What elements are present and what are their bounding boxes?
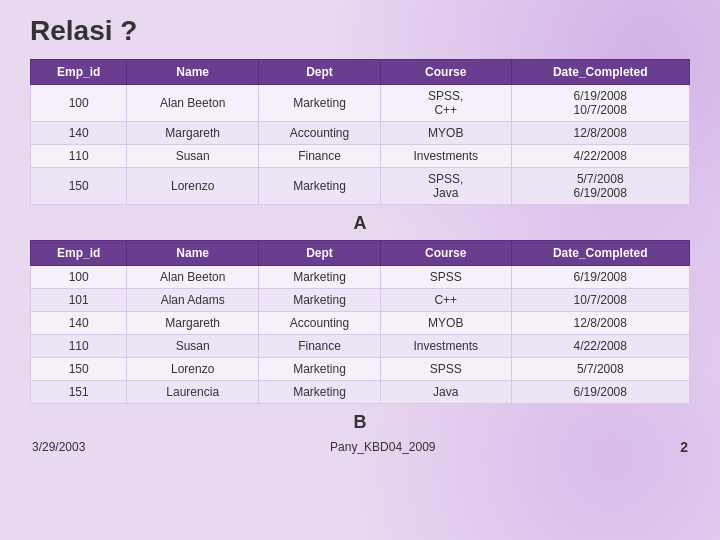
table-cell: Investments	[381, 335, 512, 358]
table2-header-name: Name	[127, 241, 259, 266]
table1-header-dept: Dept	[259, 60, 381, 85]
table-cell: Margareth	[127, 312, 259, 335]
table-cell: Finance	[259, 335, 381, 358]
table-cell: 6/19/2008 10/7/2008	[511, 85, 689, 122]
table-cell: 100	[31, 85, 127, 122]
table-cell: Accounting	[259, 312, 381, 335]
section-a-label: A	[30, 213, 690, 234]
table-cell: Margareth	[127, 122, 259, 145]
table-cell: Marketing	[259, 381, 381, 404]
table-cell: Alan Adams	[127, 289, 259, 312]
table-cell: 5/7/2008 6/19/2008	[511, 168, 689, 205]
footer-page: 2	[680, 439, 688, 455]
table-row: 150LorenzoMarketingSPSS5/7/2008	[31, 358, 690, 381]
table-cell: 140	[31, 312, 127, 335]
table-cell: 150	[31, 358, 127, 381]
table1-header-empid: Emp_id	[31, 60, 127, 85]
table-row: 140MargarethAccountingMYOB12/8/2008	[31, 122, 690, 145]
table-cell: 12/8/2008	[511, 312, 689, 335]
table-cell: 101	[31, 289, 127, 312]
table-row: 100Alan BeetonMarketingSPSS, C++6/19/200…	[31, 85, 690, 122]
table-cell: 5/7/2008	[511, 358, 689, 381]
table-cell: 151	[31, 381, 127, 404]
table-cell: Marketing	[259, 358, 381, 381]
table-cell: Accounting	[259, 122, 381, 145]
table-cell: Java	[381, 381, 512, 404]
table-cell: Laurencia	[127, 381, 259, 404]
table-cell: 12/8/2008	[511, 122, 689, 145]
table-row: 151LaurenciaMarketingJava6/19/2008	[31, 381, 690, 404]
table-cell: Investments	[381, 145, 512, 168]
table-cell: 140	[31, 122, 127, 145]
table-cell: Marketing	[259, 289, 381, 312]
table-cell: MYOB	[381, 122, 512, 145]
table2-header-empid: Emp_id	[31, 241, 127, 266]
table1-header-course: Course	[381, 60, 512, 85]
table-cell: Marketing	[259, 85, 381, 122]
table-cell: 150	[31, 168, 127, 205]
table-cell: Lorenzo	[127, 168, 259, 205]
table2-header-dept: Dept	[259, 241, 381, 266]
table-cell: Alan Beeton	[127, 85, 259, 122]
table-cell: Marketing	[259, 266, 381, 289]
table1-header-date: Date_Completed	[511, 60, 689, 85]
table2-header-course: Course	[381, 241, 512, 266]
table-cell: 110	[31, 145, 127, 168]
table-cell: 6/19/2008	[511, 266, 689, 289]
table2-header-date: Date_Completed	[511, 241, 689, 266]
table-cell: 110	[31, 335, 127, 358]
table-cell: 4/22/2008	[511, 145, 689, 168]
table-cell: 4/22/2008	[511, 335, 689, 358]
table-cell: Susan	[127, 145, 259, 168]
footer-title: Pany_KBD04_2009	[330, 440, 435, 454]
table-cell: SPSS	[381, 266, 512, 289]
table-cell: C++	[381, 289, 512, 312]
table1-header-name: Name	[127, 60, 259, 85]
table-row: 101Alan AdamsMarketingC++10/7/2008	[31, 289, 690, 312]
table-cell: Lorenzo	[127, 358, 259, 381]
page-title: Relasi ?	[30, 15, 690, 47]
table-cell: SPSS	[381, 358, 512, 381]
table-cell: Finance	[259, 145, 381, 168]
footer-date: 3/29/2003	[32, 440, 85, 454]
table-cell: MYOB	[381, 312, 512, 335]
table-cell: 100	[31, 266, 127, 289]
table-row: 110SusanFinanceInvestments4/22/2008	[31, 145, 690, 168]
table-row: 100Alan BeetonMarketingSPSS6/19/2008	[31, 266, 690, 289]
table-cell: SPSS, Java	[381, 168, 512, 205]
main-content: Relasi ? Emp_id Name Dept Course Date_Co…	[0, 0, 720, 465]
table-row: 150LorenzoMarketingSPSS, Java5/7/2008 6/…	[31, 168, 690, 205]
table-2: Emp_id Name Dept Course Date_Completed 1…	[30, 240, 690, 404]
section-b-label: B	[30, 412, 690, 433]
table-row: 140MargarethAccountingMYOB12/8/2008	[31, 312, 690, 335]
table-cell: SPSS, C++	[381, 85, 512, 122]
table-cell: Marketing	[259, 168, 381, 205]
footer: 3/29/2003 Pany_KBD04_2009 2	[30, 439, 690, 455]
table-row: 110SusanFinanceInvestments4/22/2008	[31, 335, 690, 358]
table-cell: Susan	[127, 335, 259, 358]
table-cell: Alan Beeton	[127, 266, 259, 289]
table-cell: 10/7/2008	[511, 289, 689, 312]
table-1: Emp_id Name Dept Course Date_Completed 1…	[30, 59, 690, 205]
table-cell: 6/19/2008	[511, 381, 689, 404]
